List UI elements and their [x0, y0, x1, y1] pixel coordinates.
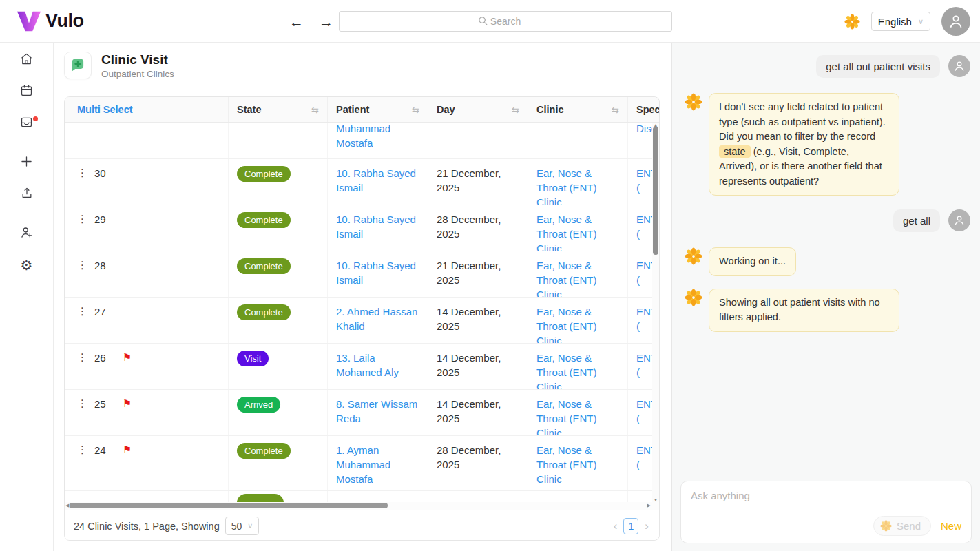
sidebar-item-inbox[interactable] [0, 107, 54, 139]
chevron-down-icon: ∨ [918, 17, 924, 26]
patient-link[interactable]: 8. Samer Wissam Reda [327, 390, 428, 435]
patient-link[interactable]: 10. Rabha Sayed Ismail [327, 159, 428, 205]
app-logo[interactable]: Vulo [17, 10, 84, 32]
chat-input[interactable] [691, 490, 880, 513]
patient-link[interactable]: Muhammad Mostafa [327, 123, 428, 158]
column-multi-select[interactable]: Multi Select [65, 97, 228, 122]
day-cell: 21 December, 2025 [428, 251, 528, 297]
table-row[interactable]: ⋮ 29 ⚑ Complete 10. Rabha Sayed Ismail 2… [65, 205, 659, 251]
nav-forward-icon[interactable]: → [319, 14, 333, 29]
clinic-link[interactable]: Ear, Nose & Throat (ENT) Clinic [528, 344, 627, 389]
row-menu-icon[interactable]: ⋮ [77, 444, 87, 455]
language-select[interactable]: English ∨ [871, 12, 930, 31]
day-cell: 14 December, 2025 [428, 298, 528, 343]
status-badge: Complete [237, 443, 291, 459]
sidebar-item-export[interactable] [0, 178, 54, 210]
chat-bubble-plus-icon [69, 56, 87, 74]
clinic-link[interactable]: Ear, Nose & Throat (ENT) Clinic [528, 436, 627, 490]
patient-link[interactable]: 2. Ahmed Hassan Khalid [327, 298, 428, 343]
chevron-down-icon: ∨ [247, 521, 253, 530]
search-input[interactable] [339, 11, 672, 32]
current-page-button[interactable]: 1 [623, 518, 638, 534]
row-menu-icon[interactable]: ⋮ [77, 306, 87, 317]
page-size-select[interactable]: 50 ∨ [225, 517, 260, 535]
table-header-row: Multi Select State ⇆ Patient ⇆ Day ⇆ Cli… [65, 97, 659, 123]
new-chat-button[interactable]: New [941, 520, 961, 532]
notification-dot [33, 116, 38, 121]
row-menu-icon[interactable]: ⋮ [77, 167, 87, 178]
user-message-bubble: get all out patient visits [816, 55, 940, 78]
day-cell: 14 December, 2025 [428, 344, 528, 389]
column-state[interactable]: State ⇆ [228, 97, 327, 122]
vulo-logo-icon [17, 10, 41, 32]
table-footer: 24 Clinic Visits, 1 Page, Showing 50 ∨ ‹… [65, 510, 659, 541]
next-page-button[interactable]: › [643, 519, 650, 533]
table-row[interactable]: ⋮ 24 ⚑ Complete 1. Ayman Muhammad Mostaf… [65, 436, 659, 491]
language-value: English [878, 16, 912, 28]
user-avatar[interactable] [941, 7, 970, 36]
patient-link[interactable]: 10. Rabha Sayed Ismail [327, 205, 428, 251]
sidebar-item-calendar[interactable] [0, 76, 54, 107]
row-menu-icon[interactable]: ⋮ [77, 260, 87, 271]
row-id: 25 [94, 398, 106, 410]
status-badge: Complete [237, 212, 291, 228]
row-id: 27 [94, 306, 106, 318]
sidebar-item-add[interactable] [0, 147, 54, 178]
sidebar-divider [0, 214, 54, 214]
row-menu-icon[interactable]: ⋮ [77, 352, 87, 363]
vertical-scroll-thumb[interactable] [653, 127, 658, 255]
assistant-flower-icon [685, 289, 702, 309]
clinic-link[interactable]: Ear, Nose & Throat (ENT) Clinic [528, 205, 627, 251]
clinic-link[interactable]: Ear, Nose & Throat (ENT) Clinic [528, 298, 627, 343]
status-badge: Arrived [237, 397, 280, 413]
sidebar: ⚙ [0, 43, 54, 551]
scroll-right-icon[interactable]: ▶ [647, 503, 651, 508]
row-menu-icon[interactable]: ⋮ [77, 214, 87, 225]
sidebar-item-home[interactable] [0, 44, 54, 76]
patient-link[interactable]: 1. Ayman Muhammad Mostafa [327, 436, 428, 490]
table-row[interactable]: ⋮ 25 ⚑ Arrived 8. Samer Wissam Reda 14 D… [65, 390, 659, 436]
row-id: 29 [94, 214, 106, 225]
sidebar-divider [0, 143, 54, 143]
column-day[interactable]: Day ⇆ [428, 97, 528, 122]
chat-message-assistant: Showing all out patient visits with no f… [685, 289, 970, 332]
column-clinic[interactable]: Clinic ⇆ [528, 97, 627, 122]
table-row[interactable]: ⋮ 30 ⚑ Complete 10. Rabha Sayed Ismail 2… [65, 159, 659, 205]
clinic-link[interactable]: Ear, Nose & Throat (ENT) Clinic [528, 390, 627, 435]
sort-icon[interactable]: ⇆ [311, 105, 319, 115]
sort-icon[interactable]: ⇆ [412, 105, 419, 115]
scroll-down-icon[interactable]: ▼ [653, 497, 658, 502]
clinic-visits-table-card: Multi Select State ⇆ Patient ⇆ Day ⇆ Cli… [64, 96, 660, 541]
horizontal-scroll-thumb[interactable] [70, 503, 388, 508]
sort-icon[interactable]: ⇆ [612, 105, 619, 115]
table-row[interactable]: ⋮ 27 ⚑ Complete 2. Ahmed Hassan Khalid 1… [65, 298, 659, 344]
column-patient[interactable]: Patient ⇆ [327, 97, 428, 122]
table-row[interactable]: ⋮ 26 ⚑ Visit 13. Laila Mohamed Aly 14 De… [65, 344, 659, 390]
plus-icon [19, 154, 34, 171]
day-cell: 28 December, 2025 [428, 436, 528, 490]
scroll-left-icon[interactable]: ◀ [65, 503, 69, 508]
vertical-scrollbar[interactable]: ▲ ▼ [652, 123, 659, 502]
calendar-icon [19, 83, 34, 101]
assistant-flower-icon[interactable] [844, 14, 860, 30]
table-row-partial [65, 491, 659, 502]
prev-page-button[interactable]: ‹ [612, 519, 619, 533]
entity-icon-card [64, 52, 92, 79]
clinic-link[interactable]: Ear, Nose & Throat (ENT) Clinic [528, 251, 627, 297]
clinic-link[interactable]: Ear, Nose & Throat (ENT) Clinic [528, 159, 627, 205]
table-row[interactable]: ⋮ 28 ⚑ Complete 10. Rabha Sayed Ismail 2… [65, 251, 659, 298]
flag-icon: ⚑ [123, 398, 132, 409]
sort-icon[interactable]: ⇆ [512, 105, 519, 115]
nav-back-icon[interactable]: ← [289, 14, 304, 29]
patient-link[interactable]: 13. Laila Mohamed Aly [327, 344, 428, 389]
sidebar-item-referrals[interactable] [0, 218, 54, 249]
assistant-flower-icon [685, 247, 702, 268]
row-menu-icon[interactable]: ⋮ [77, 398, 87, 409]
patient-link[interactable]: 10. Rabha Sayed Ismail [327, 251, 428, 297]
send-button[interactable]: Send [873, 516, 931, 536]
sidebar-item-settings[interactable]: ⚙ [0, 249, 54, 281]
column-specialty[interactable]: Spec [627, 97, 660, 122]
topbar: Vulo ← → English [0, 0, 980, 43]
horizontal-scrollbar[interactable]: ◀ ▶ [65, 502, 659, 510]
upload-icon [20, 186, 34, 202]
